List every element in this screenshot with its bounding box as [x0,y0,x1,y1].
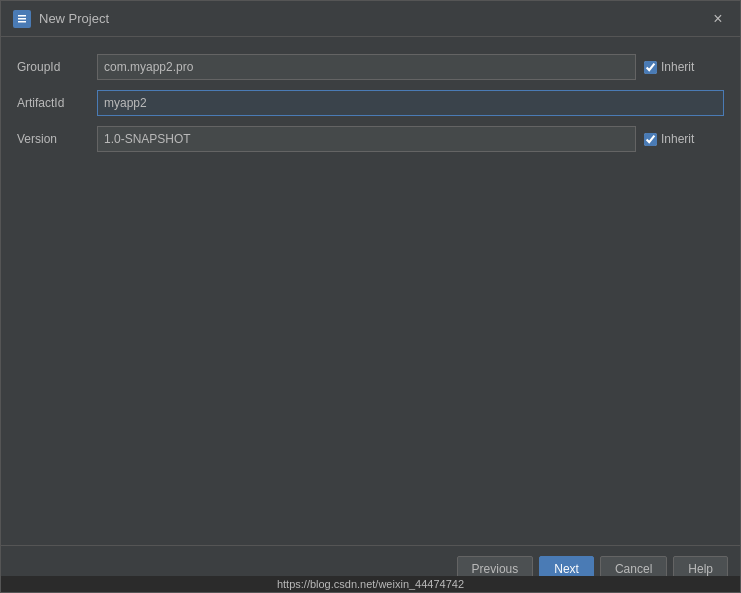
dialog-title: New Project [39,11,109,26]
new-project-dialog: New Project × GroupId Inherit ArtifactId… [0,0,741,593]
version-input[interactable] [97,126,636,152]
artifact-id-input[interactable] [97,90,724,116]
title-bar: New Project × [1,1,740,37]
svg-rect-1 [18,18,26,20]
group-id-inherit: Inherit [644,60,724,74]
url-tooltip: https://blog.csdn.net/weixin_44474742 [1,576,740,592]
version-inherit-label: Inherit [661,132,694,146]
group-id-inherit-label: Inherit [661,60,694,74]
dialog-footer: Previous Next Cancel Help https://blog.c… [1,545,740,592]
group-id-row: GroupId Inherit [17,53,724,81]
app-icon [13,10,31,28]
title-bar-left: New Project [13,10,109,28]
version-inherit: Inherit [644,132,724,146]
group-id-label: GroupId [17,60,97,74]
group-id-input[interactable] [97,54,636,80]
dialog-content: GroupId Inherit ArtifactId Version Inher… [1,37,740,545]
artifact-id-row: ArtifactId [17,89,724,117]
artifact-id-label: ArtifactId [17,96,97,110]
content-spacer [17,161,724,529]
version-inherit-checkbox[interactable] [644,133,657,146]
version-label: Version [17,132,97,146]
svg-rect-3 [18,15,26,17]
svg-rect-2 [18,21,26,23]
version-row: Version Inherit [17,125,724,153]
group-id-inherit-checkbox[interactable] [644,61,657,74]
close-button[interactable]: × [708,9,728,29]
